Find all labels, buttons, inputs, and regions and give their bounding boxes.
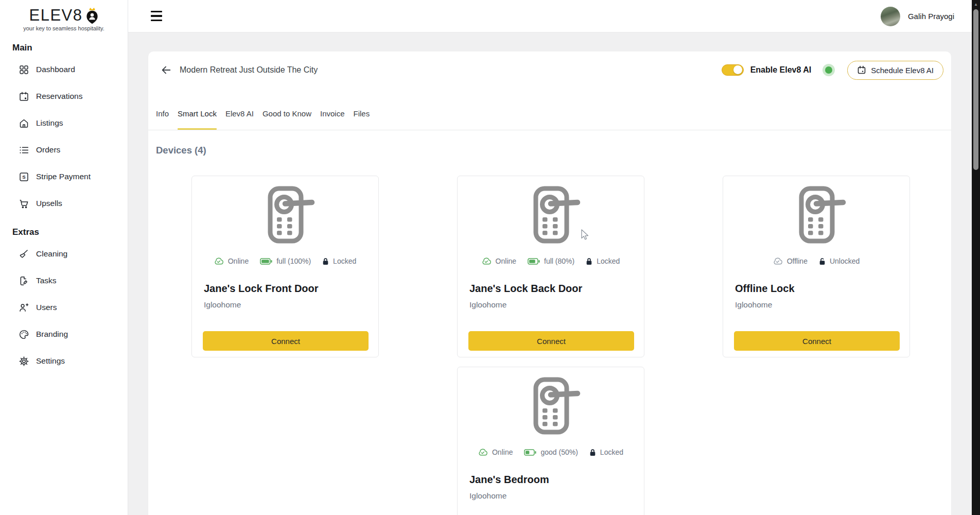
cloud-connection-icon [773,258,783,265]
device-status-row: Online full (100%) Locked [192,257,378,265]
enable-elev8-ai-toggle[interactable] [722,64,744,76]
battery-icon [260,258,272,265]
svg-text:S: S [22,174,26,180]
calendar-icon [19,91,29,102]
lock-status-text: Unlocked [830,257,860,265]
avatar[interactable] [881,7,900,26]
user-menu[interactable]: Galih Prayogi [881,0,954,32]
sidebar-item-orders[interactable]: Orders [0,136,128,163]
tab-smart-lock[interactable]: Smart Lock [178,105,217,130]
sidebar-item-branding[interactable]: Branding [0,321,128,348]
sidebar: ELEV8 your key to seamless hospitality. … [0,0,128,515]
gear-icon [19,356,29,367]
device-name: Jane's Lock Back Door [469,283,582,295]
sidebar-item-label: Upsells [36,199,62,208]
padlock-icon [589,449,596,456]
sidebar-item-settings[interactable]: Settings [0,348,128,374]
device-vendor: Igloohome [469,300,506,310]
sidebar-item-label: Branding [36,330,68,339]
sidebar-item-label: Reservations [36,92,82,101]
battery-status-text: good (50%) [540,448,577,456]
device-card-jane-s-lock-front-door: Online full (100%) Locked Jane's Lock Fr… [191,176,379,357]
tab-invoice[interactable]: Invoice [320,105,345,130]
battery-status-text: full (100%) [276,257,311,265]
device-name: Offline Lock [735,283,795,295]
connect-button[interactable]: Connect [468,331,634,351]
lock-status-text: Locked [597,257,620,265]
sidebar-item-dashboard[interactable]: Dashboard [0,56,128,83]
connection-status-text: Online [228,257,249,265]
sidebar-item-label: Stripe Payment [36,172,91,181]
topbar: Galih Prayogi [128,0,972,32]
broom-icon [19,249,29,260]
padlock-icon [819,258,826,265]
sidebar-item-reservations[interactable]: Reservations [0,83,128,110]
sidebar-nav: MainDashboardReservationsListingsOrdersS… [0,43,128,374]
tab-bar: InfoSmart LockElev8 AIGood to KnowInvoic… [148,105,951,130]
brand-pin-crown-icon [85,7,99,24]
scrollbar-up-arrow-icon[interactable]: ▲ [972,0,980,8]
connect-button[interactable]: Connect [203,331,369,351]
lock-status-text: Locked [333,257,356,265]
cart-icon [19,198,29,209]
page-title: Modern Retreat Just Outside The City [180,65,318,75]
sidebar-section-extras: Extras [12,227,128,237]
scrollbar-thumb[interactable] [973,9,978,170]
sidebar-item-upsells[interactable]: Upsells [0,190,128,217]
palette-icon [19,329,29,340]
connection-status-text: Online [496,257,516,265]
tab-files[interactable]: Files [354,105,370,130]
device-status-row: Offline Unlocked [723,257,909,265]
user-plus-icon [19,302,29,313]
task-file-icon [19,276,29,286]
tab-elev8-ai[interactable]: Elev8 AI [225,105,254,130]
connection-status-text: Online [492,448,513,456]
sidebar-section-main: Main [12,43,128,53]
device-card-offline-lock: Offline Unlocked Offline Lock Igloohome … [723,176,910,357]
device-status-row: Online full (80%) Locked [458,257,644,265]
sidebar-item-label: Cleaning [36,249,67,259]
battery-icon [524,449,536,456]
device-status-row: Online good (50%) Locked [458,448,644,456]
list-icon [19,145,29,156]
vertical-scrollbar[interactable]: ▲ [972,0,980,515]
sidebar-item-tasks[interactable]: Tasks [0,267,128,294]
padlock-icon [322,258,329,265]
back-button[interactable] [160,63,173,77]
user-name: Galih Prayogi [908,12,954,21]
sidebar-item-label: Users [36,303,57,312]
tab-info[interactable]: Info [156,105,169,130]
stripe-s-icon: S [19,171,29,182]
brand-logo: ELEV8 [0,6,128,25]
main-content: Modern Retreat Just Outside The City Ena… [128,32,972,515]
smart-lock-device-icon [268,186,317,245]
battery-icon [528,258,540,265]
device-vendor: Igloohome [204,300,241,310]
sidebar-item-label: Dashboard [36,65,75,74]
tab-good-to-know[interactable]: Good to Know [262,105,311,130]
connect-button[interactable]: Connect [734,331,900,351]
connection-status-text: Offline [787,257,808,265]
device-name: Jane's Lock Front Door [204,283,319,295]
device-name: Jane's Bedroom [469,474,549,486]
schedule-elev8-ai-button[interactable]: Schedule Elev8 AI [847,61,943,80]
sidebar-item-label: Orders [36,145,60,154]
cloud-connection-icon [214,258,224,265]
brand-tagline: your key to seamless hospitality. [0,25,128,31]
padlock-icon [586,258,592,265]
device-card-jane-s-bedroom: Online good (50%) Locked Jane's Bedroom … [457,367,644,515]
hamburger-menu-icon[interactable] [151,11,162,21]
toggle-knob [733,65,742,74]
sidebar-item-stripe-payment[interactable]: SStripe Payment [0,163,128,190]
device-card-jane-s-lock-back-door: Online full (80%) Locked Jane's Lock Bac… [457,176,644,357]
sidebar-item-listings[interactable]: Listings [0,110,128,136]
sidebar-item-users[interactable]: Users [0,294,128,321]
sidebar-item-label: Listings [36,118,63,128]
devices-heading: Devices (4) [156,145,206,156]
sidebar-item-cleaning[interactable]: Cleaning [0,241,128,267]
sidebar-item-label: Tasks [36,276,57,285]
lock-status-text: Locked [600,448,623,456]
device-vendor: Igloohome [469,491,506,501]
grid-icon [19,64,29,75]
sidebar-item-label: Settings [36,356,65,366]
